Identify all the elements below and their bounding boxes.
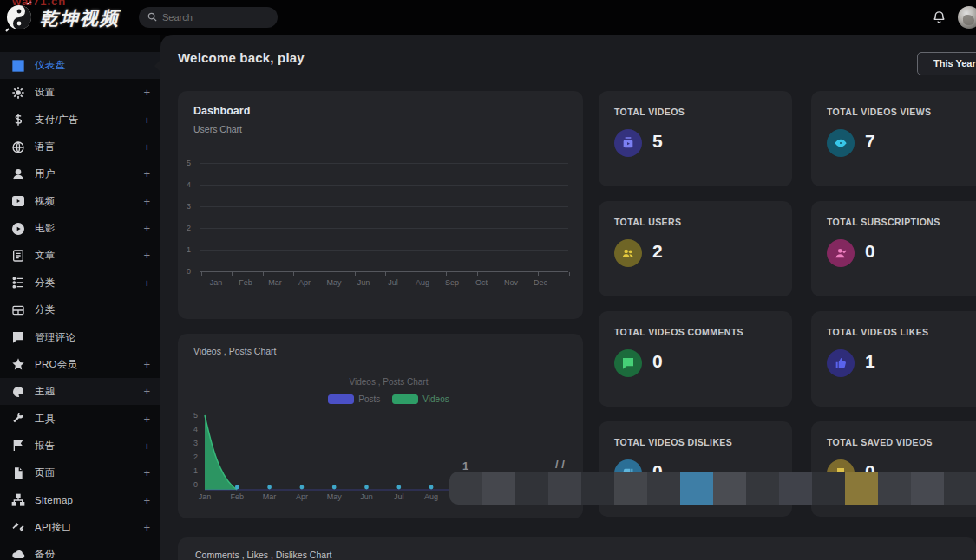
stat-label: TOTAL SUBSCRIPTIONS <box>827 217 940 227</box>
stat-label: TOTAL VIDEOS DISLIKES <box>614 437 732 447</box>
sidebar-item-movie[interactable]: 电影+ <box>0 215 160 242</box>
expand-plus-icon[interactable]: + <box>143 467 150 479</box>
expand-plus-icon[interactable]: + <box>143 168 150 179</box>
x-tick-label: Nov <box>504 278 518 287</box>
x-tick-label: Mar <box>268 278 282 287</box>
sidebar-item-star[interactable]: PRO会员+ <box>0 351 160 378</box>
globe-icon <box>10 140 25 154</box>
x-tick-label: Jan <box>210 278 223 287</box>
comments-likes-dislikes-title: Comments , Likes , Dislikes Chart <box>195 550 332 560</box>
user-avatar[interactable] <box>958 6 976 29</box>
stat-label: TOTAL USERS <box>614 217 681 227</box>
sidebar-item-list[interactable]: 分类+ <box>0 270 160 296</box>
sidebar-item-page[interactable]: 页面+ <box>0 459 160 486</box>
legend-swatch <box>392 394 418 404</box>
page-title: Welcome back, play <box>178 50 305 65</box>
expand-plus-icon[interactable]: + <box>143 196 150 207</box>
sidebar-item-dollar[interactable]: 支付/广告+ <box>0 107 160 133</box>
sitemap-icon <box>10 493 25 508</box>
y-tick-label: 3 <box>193 439 198 447</box>
sidebar-item-user[interactable]: 用户+ <box>0 160 160 187</box>
expand-plus-icon[interactable]: + <box>143 114 150 126</box>
top-bar: 乾坤视频 <box>0 0 976 35</box>
expand-plus-icon[interactable]: + <box>143 87 150 98</box>
search-box[interactable] <box>139 7 278 28</box>
sidebar-item-sitemap[interactable]: Sitemap+ <box>0 487 160 514</box>
sidebar-item-dashboard[interactable]: 仪表盘 <box>0 52 160 79</box>
expand-plus-icon[interactable]: + <box>143 495 150 506</box>
sidebar-item-article[interactable]: 文章+ <box>0 242 160 269</box>
x-tick-label: Sep <box>445 278 459 287</box>
censor-mosaic-band <box>449 472 976 505</box>
sidebar-item-label: 主题 <box>35 385 56 398</box>
stat-label: TOTAL VIDEOS COMMENTS <box>614 327 743 337</box>
logo-text: 乾坤视频 <box>40 6 120 30</box>
comment-icon <box>614 349 642 377</box>
expand-plus-icon[interactable]: + <box>143 141 150 153</box>
video-icon <box>10 194 25 209</box>
mosaic-block <box>812 472 845 505</box>
x-tick-label: Dec <box>534 278 547 287</box>
stat-label: TOTAL VIDEOS LIKES <box>827 327 928 337</box>
expand-plus-icon[interactable]: + <box>143 359 150 370</box>
y-tick-label: 0 <box>193 480 198 489</box>
mosaic-block <box>614 472 647 505</box>
y-tick-label: 4 <box>193 425 198 433</box>
expand-plus-icon[interactable]: + <box>143 223 150 234</box>
sidebar-item-video[interactable]: 视频+ <box>0 188 160 215</box>
api-icon <box>10 520 25 535</box>
legend-item-posts[interactable]: Posts <box>328 394 380 404</box>
sidebar-item-label: 工具 <box>35 413 56 426</box>
video-library-icon <box>614 129 642 157</box>
sidebar-nav: 仪表盘设置+支付/广告+语言+用户+视频+电影+文章+分类+分类管理评论PRO会… <box>0 35 160 560</box>
x-tick-label: Jul <box>388 278 398 287</box>
thumb-up-icon <box>827 349 855 377</box>
date-range-button[interactable]: This Year <box>917 52 976 75</box>
notifications-bell-icon[interactable] <box>932 10 947 25</box>
stat-label: TOTAL VIDEOS VIEWS <box>827 107 931 117</box>
y-tick-label: 3 <box>187 202 191 211</box>
comment-icon <box>10 330 25 345</box>
stat-label: TOTAL SAVED VIDEOS <box>827 437 933 447</box>
expand-plus-icon[interactable]: + <box>143 277 150 289</box>
videos-posts-card-title: Videos , Posts Chart <box>193 346 277 356</box>
content-notch <box>154 59 161 73</box>
search-input[interactable] <box>162 12 258 23</box>
sidebar-item-globe[interactable]: 语言+ <box>0 133 160 160</box>
sidebar-item-cloud[interactable]: 备份 <box>0 541 160 560</box>
mosaic-block <box>746 472 779 505</box>
sidebar-item-gear[interactable]: 设置+ <box>0 79 160 106</box>
sidebar-item-label: 用户 <box>35 167 56 180</box>
sidebar-item-flag[interactable]: 报告+ <box>0 433 160 459</box>
stat-card-total-videos-views: TOTAL VIDEOS VIEWS7 <box>811 91 976 186</box>
sidebar-item-comment[interactable]: 管理评论 <box>0 324 160 351</box>
mosaic-block <box>647 472 680 505</box>
sidebar-item-label: 报告 <box>35 440 56 453</box>
expand-plus-icon[interactable]: + <box>143 440 150 452</box>
users-icon <box>614 239 642 267</box>
mosaic-block <box>515 472 548 505</box>
y-tick-label: 0 <box>187 267 191 276</box>
star-icon <box>10 357 25 372</box>
expand-plus-icon[interactable]: + <box>143 522 150 533</box>
dashboard-icon <box>10 58 25 73</box>
legend-item-videos[interactable]: Videos <box>392 394 449 404</box>
comments-likes-dislikes-card: Comments , Likes , Dislikes Chart <box>178 537 976 560</box>
sidebar-item-columns[interactable]: 分类 <box>0 296 160 323</box>
sidebar-item-wrench[interactable]: 工具+ <box>0 406 160 433</box>
sidebar-item-label: 视频 <box>35 195 56 208</box>
sidebar-item-label: Sitemap <box>35 495 73 505</box>
x-tick-label: Feb <box>239 278 252 287</box>
stat-value: 0 <box>652 351 663 372</box>
expand-plus-icon[interactable]: + <box>143 250 150 261</box>
sidebar-item-palette[interactable]: 主题+ <box>0 378 160 405</box>
y-tick-label: 1 <box>187 245 191 254</box>
expand-plus-icon[interactable]: + <box>143 386 150 397</box>
legend-swatch <box>328 394 354 404</box>
censored-glyph: 1 <box>462 459 468 472</box>
sidebar-item-label: 支付/广告 <box>35 114 79 127</box>
sidebar-item-api[interactable]: API接口+ <box>0 514 160 541</box>
expand-plus-icon[interactable]: + <box>143 413 150 425</box>
sidebar-item-label: 语言 <box>35 140 56 153</box>
mosaic-block <box>680 472 713 505</box>
